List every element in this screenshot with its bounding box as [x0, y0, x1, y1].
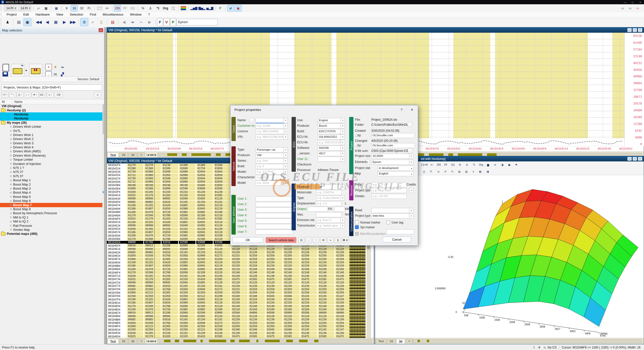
user-tag-input[interactable] [386, 229, 414, 234]
open-project-dropdown-icon[interactable]: ▾ [25, 68, 28, 73]
last-version-icon[interactable]: ▶▶ [69, 18, 77, 26]
mdi-restore-icon[interactable]: ▭ [619, 5, 626, 12]
arrow-button[interactable]: > [409, 154, 414, 159]
hexdump-top-titlebar[interactable]: VW (Original), 500158, Hexdump * for Def… [107, 27, 644, 33]
container-icon[interactable]: ▯ [97, 18, 105, 26]
tree-item-torque-limiter[interactable]: ✳Torque Limiter [0, 158, 102, 162]
app-window-control-icon[interactable]: — [621, 1, 629, 4]
dots-button[interactable]: ... [250, 118, 254, 123]
factor-icon[interactable]: *1 [154, 5, 162, 12]
decimal-view-icon[interactable]: 255 [114, 5, 121, 12]
dialog-help-button[interactable]: ? [398, 107, 405, 112]
field-input[interactable]: e.g. WES-H4900 [256, 129, 284, 134]
app-window-control-icon[interactable]: □ [629, 1, 636, 4]
chart-falling-icon[interactable]: ▇▅▂ [198, 5, 206, 12]
text-grid-icon[interactable]: ▦ [43, 5, 50, 12]
menu-hardware[interactable]: Hardware [32, 13, 53, 16]
view-tab-text[interactable]: Text [107, 153, 119, 157]
window-control-icon[interactable]: — [627, 157, 632, 161]
filter-more-icon[interactable]: ▾ [94, 92, 101, 98]
menu-window[interactable]: Window [127, 13, 145, 16]
overview-scrollbar[interactable] [157, 339, 373, 343]
width-32-icon[interactable]: 32 [78, 5, 85, 12]
field-input[interactable]: EDC17CP20 [318, 129, 342, 134]
window-control-icon[interactable]: — [627, 28, 632, 32]
f-element-icon[interactable]: F [157, 18, 163, 26]
column-name[interactable]: Name [12, 100, 22, 104]
projects-filter-input[interactable]: Projects, Versions & Maps: (Ctrl+Shift+F… [2, 84, 102, 91]
field-input[interactable]: Passenger car [256, 147, 284, 152]
arrow-button[interactable]: > [340, 129, 345, 134]
arrow-button[interactable]: > [340, 223, 345, 228]
tree-item-boost-map-7[interactable]: ✳Boost Map 7 [0, 203, 102, 207]
eprom-combobox[interactable]: Eprom [176, 19, 218, 25]
field-input[interactable] [256, 207, 293, 212]
panel-close-icon[interactable]: x [99, 28, 103, 32]
field-input[interactable]: VW [256, 153, 284, 158]
nav-icon[interactable]: ◀ [154, 153, 156, 156]
view-tab-2d[interactable]: 2d [387, 339, 396, 343]
dialog-close-button[interactable]: ✕ [409, 107, 415, 112]
hex-row[interactable]: 801D493401030011050115001192012300123001… [107, 331, 352, 335]
filter-icon[interactable]: ⌐▼ [24, 92, 31, 98]
menu-view[interactable]: View [53, 13, 66, 16]
tree-item-n75-3-[interactable]: ✳N75 3? [0, 174, 102, 178]
original-icon[interactable]: Org [162, 5, 169, 12]
field-input[interactable]: e.g. Switch gear [316, 223, 342, 228]
tree-item-drivers-wish-limiter[interactable]: ✳Drivers Wish Limiter [0, 125, 102, 129]
field-input[interactable]: OLSecufile.com [371, 143, 415, 148]
arrow-button[interactable]: > [409, 213, 414, 218]
binoculars-icon[interactable]: ∞ [129, 18, 137, 26]
tree-item-n75-1--[interactable]: ✳N75 1 ? [0, 166, 102, 170]
field-input[interactable]: e.g. Euro 5 [316, 218, 342, 223]
field-input[interactable] [316, 212, 342, 217]
tree-item-duration-of-injection[interactable]: ✳Duration of Injection [0, 162, 102, 166]
menu-find[interactable]: Find [87, 13, 99, 16]
arrow-button[interactable]: > [283, 135, 288, 140]
binoculars-inactive-icon[interactable]: ∞ [137, 18, 145, 26]
next-difference-icon[interactable]: ▶ [146, 18, 154, 26]
combo-field[interactable]: English▼ [378, 171, 414, 176]
width-float-icon[interactable]: Fl. [86, 5, 93, 12]
search-maps-icon[interactable]: ∞ [59, 64, 65, 70]
arrow-button[interactable]: > [409, 160, 414, 165]
field-input[interactable]: 20,0000 [371, 154, 410, 159]
field-input[interactable]: e.g. 2010 [256, 181, 284, 186]
settings-icon[interactable]: ✱ ▾ [342, 237, 348, 243]
chart-mixed-icon[interactable]: ▅▂▇ [206, 5, 214, 12]
hex-row[interactable]: 801D47B401960021150230502350023500235002… [107, 291, 352, 294]
tree-item-boost-map-4[interactable]: ✳Boost Map 4 [0, 191, 102, 195]
field-input[interactable]: OLSecufile.com [371, 133, 415, 138]
import-window-icon[interactable]: ▤ [109, 18, 117, 26]
hex-row[interactable]: 801D471401030011050115001192012300123001… [107, 274, 352, 278]
field-input[interactable] [256, 230, 293, 235]
field-input[interactable]: e.g. 2.0 [316, 201, 342, 206]
message-icon[interactable]: ✉ [320, 237, 326, 243]
tree-item-smoke-map[interactable]: ✳Smoke Map [0, 228, 102, 232]
tree-item-boost-by-atmospheric-pressure[interactable]: ✳Boost by Atmospheric Pressure [0, 211, 102, 215]
hex-row[interactable]: 801D463400985009850101001105011500119201… [107, 251, 352, 254]
original-both-icon[interactable]: Org Org [170, 5, 177, 12]
hex-row[interactable]: 801D46B401186014070165001900020450211002… [107, 264, 352, 268]
v-element-icon[interactable]: V [164, 18, 170, 26]
arrow-button[interactable]: > [340, 151, 345, 156]
arrow-button[interactable]: > [340, 135, 345, 140]
window-control-icon[interactable]: × [638, 157, 642, 161]
arrow-button[interactable]: > [283, 118, 288, 123]
window-control-icon[interactable]: □ [633, 157, 637, 161]
hardware-device-icon[interactable]: ♟ [4, 18, 12, 26]
lohi-byteorder-icon[interactable]: LO HI HI LO [96, 5, 103, 12]
field-input[interactable] [256, 224, 293, 229]
arrow-button[interactable]: > [283, 158, 288, 163]
hex-row[interactable]: 801D479401850019300176801958020400227302… [107, 288, 352, 291]
arrow-button[interactable]: > [340, 196, 345, 201]
download-vehicle-icon[interactable]: ↓ [306, 237, 312, 243]
filter-off-button[interactable]: Off [54, 92, 63, 98]
view-tab-3d[interactable]: 3d [129, 339, 137, 343]
width-16-icon[interactable]: 16 [71, 5, 78, 12]
field-input[interactable]: e.g. 12345 [256, 123, 284, 128]
hex-row[interactable]: 801D461400990009900099501040010950112001… [107, 247, 352, 251]
field-input[interactable]: e.g. 2.0 TFSI [256, 169, 284, 174]
hex-row[interactable]: 801D46F401270015000178002090021000212002… [107, 271, 352, 274]
output-ps-input[interactable] [308, 207, 328, 212]
